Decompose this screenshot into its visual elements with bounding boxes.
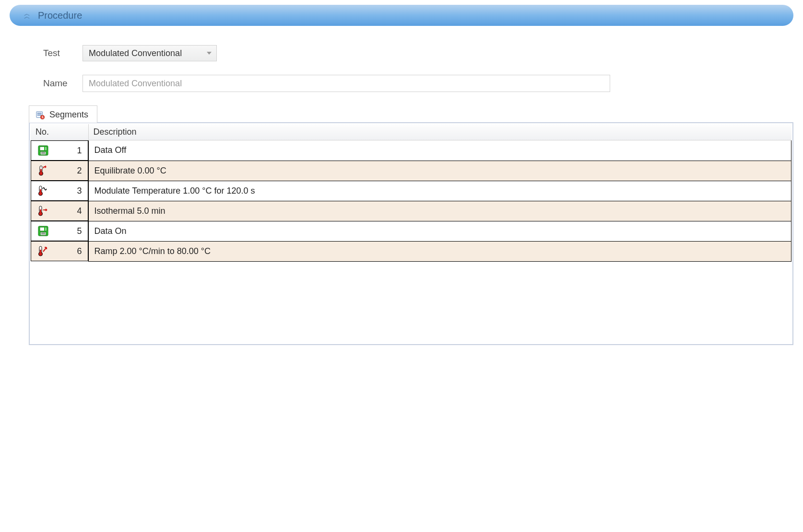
table-header-no[interactable]: No.: [31, 124, 88, 140]
segment-number: 2: [72, 166, 82, 176]
test-dropdown[interactable]: Modulated Conventional: [83, 45, 217, 61]
segment-no-cell: 3: [31, 181, 88, 201]
segments-table-container: No. Description 1Data Off 2Equilibrate 0…: [29, 122, 793, 345]
segment-no-cell: 2: [31, 161, 88, 181]
segments-table: No. Description 1Data Off 2Equilibrate 0…: [31, 124, 791, 262]
procedure-panel-header[interactable]: ︿︿ Procedure: [10, 5, 793, 26]
segment-no-cell: 5: [31, 221, 88, 241]
svg-rect-21: [44, 227, 46, 231]
disk-icon: [37, 145, 49, 156]
segments-icon: [36, 111, 45, 119]
segment-description: Data Off: [88, 140, 791, 161]
svg-rect-12: [40, 169, 42, 173]
test-label: Test: [43, 48, 72, 58]
chevron-down-icon: [207, 52, 212, 55]
svg-rect-27: [40, 250, 41, 254]
segment-number: 6: [72, 246, 82, 256]
thermo-equil-icon: [37, 165, 49, 176]
table-row[interactable]: 4Isothermal 5.0 min: [31, 201, 791, 221]
segment-description: Equilibrate 0.00 °C: [88, 161, 791, 181]
svg-rect-1: [37, 113, 42, 114]
name-input[interactable]: [83, 75, 610, 92]
segment-number: 3: [72, 186, 82, 196]
segment-description: Isothermal 5.0 min: [88, 201, 791, 221]
segment-number: 1: [72, 146, 82, 156]
disk-icon: [37, 225, 49, 237]
segment-description: Modulate Temperature 1.00 °C for 120.0 s: [88, 181, 791, 201]
table-row[interactable]: 6Ramp 2.00 °C/min to 80.00 °C: [31, 241, 791, 261]
table-row[interactable]: 5Data On: [31, 221, 791, 241]
table-empty-area: [31, 262, 791, 343]
thermo-modulate-icon: [37, 185, 49, 197]
svg-rect-2: [37, 115, 42, 116]
table-row[interactable]: 2Equilibrate 0.00 °C: [31, 161, 791, 181]
thermo-iso-icon: [37, 205, 49, 217]
tab-label: Segments: [49, 110, 88, 120]
tab-segments[interactable]: Segments: [29, 105, 97, 123]
segment-no-cell: 4: [31, 201, 88, 221]
segment-no-cell: 1: [31, 140, 88, 161]
thermo-ramp-icon: [37, 245, 49, 257]
name-label: Name: [43, 78, 72, 89]
test-dropdown-value: Modulated Conventional: [89, 48, 182, 58]
segment-description: Data On: [88, 221, 791, 241]
segment-number: 4: [72, 206, 82, 216]
svg-rect-6: [44, 147, 46, 150]
segment-number: 5: [72, 226, 82, 236]
svg-rect-15: [40, 189, 41, 193]
svg-rect-18: [40, 209, 41, 213]
collapse-icon: ︿︿: [24, 12, 29, 19]
segment-no-cell: 6: [31, 241, 88, 261]
table-row[interactable]: 1Data Off: [31, 140, 791, 161]
table-header-desc[interactable]: Description: [88, 124, 791, 140]
segment-description: Ramp 2.00 °C/min to 80.00 °C: [88, 241, 791, 261]
panel-title: Procedure: [38, 10, 82, 21]
table-row[interactable]: 3Modulate Temperature 1.00 °C for 120.0 …: [31, 181, 791, 201]
